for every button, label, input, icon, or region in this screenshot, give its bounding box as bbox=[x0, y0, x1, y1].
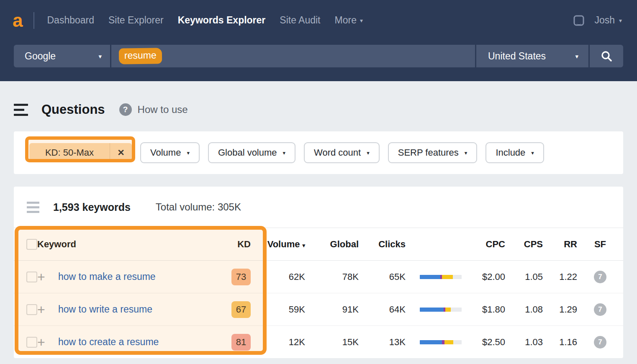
filter-button-label: Include bbox=[496, 147, 525, 158]
caret-down-icon: ▾ bbox=[98, 53, 102, 59]
search-icon bbox=[601, 50, 612, 62]
keywords-count: 1,593 keywords bbox=[53, 201, 131, 213]
nav-item-site-explorer[interactable]: Site Explorer bbox=[108, 15, 164, 26]
header-sf[interactable]: SF bbox=[577, 239, 623, 250]
inbox-icon[interactable] bbox=[573, 14, 585, 27]
caret-down-icon: ▾ bbox=[619, 18, 622, 23]
page-heading: Questions ? How to use bbox=[14, 97, 623, 122]
keyword-link[interactable]: how to create a resume bbox=[58, 336, 159, 347]
rr-value: 1.22 bbox=[543, 272, 577, 282]
serp-features-badge[interactable]: 7 bbox=[594, 336, 606, 349]
user-name: Josh bbox=[594, 15, 615, 26]
serp-features-badge[interactable]: 7 bbox=[594, 271, 606, 283]
clicks-value: 65K bbox=[359, 272, 406, 282]
clicks-distribution-bar bbox=[420, 340, 462, 344]
nav-item-keywords-explorer[interactable]: Keywords Explorer bbox=[178, 15, 266, 26]
search-engine-select[interactable]: Google ▾ bbox=[14, 45, 110, 67]
filter-button-volume[interactable]: Volume ▾ bbox=[140, 142, 200, 163]
caret-down-icon: ▾ bbox=[360, 18, 363, 23]
results-card: 1,593 keywords Total volume: 305K Keywor… bbox=[14, 187, 623, 358]
table-row: + how to make a resume 73 62K 78K 65K $2… bbox=[14, 261, 623, 293]
row-checkbox[interactable] bbox=[26, 337, 37, 348]
user-menu[interactable]: Josh ▾ bbox=[594, 15, 622, 26]
header-volume-label: Volume bbox=[267, 239, 300, 249]
add-to-list-icon[interactable]: + bbox=[37, 270, 58, 284]
search-bar: Google ▾ resume United States ▾ bbox=[0, 41, 637, 81]
caret-down-icon: ▾ bbox=[367, 150, 370, 156]
nav-items: Dashboard Site Explorer Keywords Explore… bbox=[47, 15, 362, 26]
table-header-row: Keyword KD Volume▾ Global Clicks CPC CPS… bbox=[14, 228, 623, 260]
clicks-value: 13K bbox=[359, 337, 406, 348]
how-to-use-link[interactable]: ? How to use bbox=[119, 103, 188, 116]
table-row: + how to write a resume 67 59K 91K 64K $… bbox=[14, 293, 623, 326]
country-value: United States bbox=[488, 51, 546, 62]
nav-item-site-audit[interactable]: Site Audit bbox=[280, 15, 320, 26]
country-select[interactable]: United States ▾ bbox=[476, 45, 588, 67]
volume-value: 12K bbox=[266, 337, 305, 348]
kd-badge: 73 bbox=[231, 269, 251, 285]
add-to-list-icon[interactable]: + bbox=[37, 303, 58, 316]
add-to-list-icon[interactable]: + bbox=[37, 336, 58, 349]
nav-right: Josh ▾ bbox=[573, 14, 622, 27]
kd-badge: 81 bbox=[231, 334, 251, 351]
total-volume: Total volume: 305K bbox=[156, 201, 241, 213]
page-title: Questions bbox=[41, 102, 105, 117]
header-keyword[interactable]: Keyword bbox=[37, 239, 224, 250]
keyword-link[interactable]: how to write a resume bbox=[58, 304, 152, 315]
filter-button-label: Global volume bbox=[218, 147, 277, 158]
reports-menu-icon[interactable] bbox=[14, 104, 28, 116]
row-checkbox[interactable] bbox=[26, 272, 37, 282]
volume-value: 59K bbox=[266, 304, 305, 315]
global-volume-value: 15K bbox=[305, 337, 359, 348]
header-kd[interactable]: KD bbox=[224, 239, 251, 250]
header-global[interactable]: Global bbox=[305, 239, 359, 250]
search-button[interactable] bbox=[590, 45, 623, 67]
filter-button-label: SERP features bbox=[398, 147, 459, 158]
clicks-distribution-bar bbox=[420, 275, 462, 279]
cps-value: 1.05 bbox=[505, 272, 543, 282]
close-icon[interactable]: ✕ bbox=[110, 148, 132, 158]
table-row: + how to create a resume 81 12K 15K 13K … bbox=[14, 326, 623, 358]
header-rr[interactable]: RR bbox=[543, 239, 577, 250]
filter-button-serp-features[interactable]: SERP features ▾ bbox=[388, 142, 478, 163]
filter-button-label: Volume bbox=[150, 147, 181, 158]
nav-divider bbox=[33, 12, 34, 29]
header-cpc[interactable]: CPC bbox=[462, 239, 505, 250]
nav-item-dashboard[interactable]: Dashboard bbox=[47, 15, 94, 26]
ahrefs-logo[interactable]: a bbox=[13, 11, 23, 30]
select-all-checkbox[interactable] bbox=[26, 239, 37, 250]
rr-value: 1.29 bbox=[543, 304, 577, 315]
cps-value: 1.08 bbox=[505, 304, 543, 315]
clicks-value: 64K bbox=[359, 304, 406, 315]
header-clicks[interactable]: Clicks bbox=[359, 239, 406, 250]
filter-bar: KD: 50-Max ✕ Volume ▾ Global volume ▾ Wo… bbox=[14, 131, 623, 174]
filter-button-include[interactable]: Include ▾ bbox=[485, 142, 544, 163]
caret-down-icon: ▾ bbox=[531, 150, 534, 156]
nav-item-more[interactable]: More ▾ bbox=[335, 15, 363, 26]
global-volume-value: 78K bbox=[305, 272, 359, 282]
serp-features-badge[interactable]: 7 bbox=[594, 303, 606, 316]
caret-down-icon: ▾ bbox=[283, 150, 286, 156]
cps-value: 1.03 bbox=[505, 337, 543, 348]
question-icon: ? bbox=[119, 103, 132, 116]
caret-down-icon: ▾ bbox=[465, 150, 467, 156]
cpc-value: $2.00 bbox=[462, 272, 505, 282]
rr-value: 1.16 bbox=[543, 337, 577, 348]
list-options-icon[interactable] bbox=[27, 202, 39, 213]
results-stats: 1,593 keywords Total volume: 305K bbox=[14, 187, 623, 228]
how-to-use-label: How to use bbox=[138, 104, 188, 115]
search-engine-value: Google bbox=[25, 51, 56, 62]
header-volume[interactable]: Volume▾ bbox=[266, 239, 305, 250]
filter-button-word-count[interactable]: Word count ▾ bbox=[304, 142, 380, 163]
row-checkbox[interactable] bbox=[26, 304, 37, 315]
keyword-link[interactable]: how to make a resume bbox=[58, 271, 156, 282]
filter-button-global-volume[interactable]: Global volume ▾ bbox=[208, 142, 295, 163]
caret-down-icon: ▾ bbox=[575, 53, 578, 59]
nav-item-more-label: More bbox=[335, 15, 357, 26]
active-filter-chip-kd[interactable]: KD: 50-Max ✕ bbox=[29, 143, 132, 162]
keyword-search-input[interactable]: resume bbox=[111, 45, 475, 67]
query-highlight: resume bbox=[119, 48, 162, 64]
header-cps[interactable]: CPS bbox=[505, 239, 543, 250]
global-volume-value: 91K bbox=[305, 304, 359, 315]
caret-down-icon: ▾ bbox=[187, 150, 190, 156]
